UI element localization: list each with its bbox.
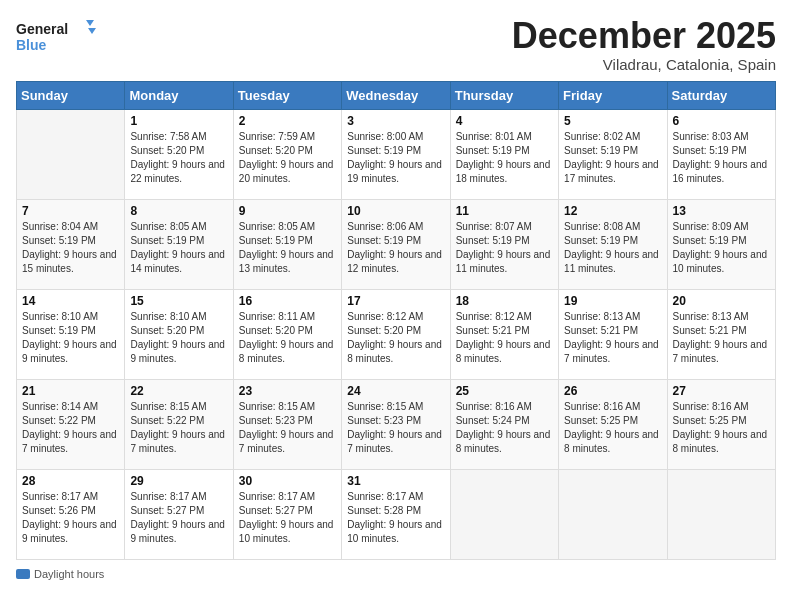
cell-info: Sunrise: 8:00 AMSunset: 5:19 PMDaylight:… bbox=[347, 130, 444, 186]
page-header: General Blue December 2025 Viladrau, Cat… bbox=[16, 16, 776, 73]
cell-info: Sunrise: 7:58 AMSunset: 5:20 PMDaylight:… bbox=[130, 130, 227, 186]
calendar-cell: 2Sunrise: 7:59 AMSunset: 5:20 PMDaylight… bbox=[233, 109, 341, 199]
sunset-text: Sunset: 5:19 PM bbox=[564, 235, 638, 246]
day-number: 15 bbox=[130, 294, 227, 308]
sunset-text: Sunset: 5:19 PM bbox=[564, 145, 638, 156]
cell-info: Sunrise: 8:16 AMSunset: 5:24 PMDaylight:… bbox=[456, 400, 553, 456]
calendar-cell: 23Sunrise: 8:15 AMSunset: 5:23 PMDayligh… bbox=[233, 379, 341, 469]
calendar-cell bbox=[667, 469, 775, 559]
sunset-text: Sunset: 5:20 PM bbox=[130, 145, 204, 156]
sunrise-text: Sunrise: 8:16 AM bbox=[673, 401, 749, 412]
cell-info: Sunrise: 8:01 AMSunset: 5:19 PMDaylight:… bbox=[456, 130, 553, 186]
day-number: 22 bbox=[130, 384, 227, 398]
sunset-text: Sunset: 5:20 PM bbox=[239, 145, 313, 156]
calendar-week-1: 1Sunrise: 7:58 AMSunset: 5:20 PMDaylight… bbox=[17, 109, 776, 199]
sunset-text: Sunset: 5:19 PM bbox=[456, 235, 530, 246]
cell-info: Sunrise: 8:05 AMSunset: 5:19 PMDaylight:… bbox=[239, 220, 336, 276]
daylight-text: Daylight: 9 hours and 17 minutes. bbox=[564, 159, 659, 184]
sunset-text: Sunset: 5:20 PM bbox=[347, 325, 421, 336]
day-number: 1 bbox=[130, 114, 227, 128]
daylight-text: Daylight: 9 hours and 7 minutes. bbox=[347, 429, 442, 454]
calendar-cell: 12Sunrise: 8:08 AMSunset: 5:19 PMDayligh… bbox=[559, 199, 667, 289]
day-number: 5 bbox=[564, 114, 661, 128]
calendar-cell: 1Sunrise: 7:58 AMSunset: 5:20 PMDaylight… bbox=[125, 109, 233, 199]
sunrise-text: Sunrise: 8:10 AM bbox=[130, 311, 206, 322]
sunrise-text: Sunrise: 8:05 AM bbox=[239, 221, 315, 232]
daylight-text: Daylight: 9 hours and 10 minutes. bbox=[673, 249, 768, 274]
cell-info: Sunrise: 8:10 AMSunset: 5:20 PMDaylight:… bbox=[130, 310, 227, 366]
daylight-text: Daylight: 9 hours and 8 minutes. bbox=[239, 339, 334, 364]
cell-info: Sunrise: 8:17 AMSunset: 5:27 PMDaylight:… bbox=[239, 490, 336, 546]
cell-info: Sunrise: 8:08 AMSunset: 5:19 PMDaylight:… bbox=[564, 220, 661, 276]
sunset-text: Sunset: 5:19 PM bbox=[673, 235, 747, 246]
daylight-text: Daylight: 9 hours and 7 minutes. bbox=[22, 429, 117, 454]
cell-info: Sunrise: 8:05 AMSunset: 5:19 PMDaylight:… bbox=[130, 220, 227, 276]
day-number: 16 bbox=[239, 294, 336, 308]
sunset-text: Sunset: 5:23 PM bbox=[239, 415, 313, 426]
daylight-text: Daylight: 9 hours and 8 minutes. bbox=[673, 429, 768, 454]
daylight-text: Daylight: 9 hours and 8 minutes. bbox=[456, 429, 551, 454]
calendar-cell: 25Sunrise: 8:16 AMSunset: 5:24 PMDayligh… bbox=[450, 379, 558, 469]
sunrise-text: Sunrise: 8:17 AM bbox=[22, 491, 98, 502]
calendar-cell: 30Sunrise: 8:17 AMSunset: 5:27 PMDayligh… bbox=[233, 469, 341, 559]
footer: Daylight hours bbox=[16, 568, 776, 580]
day-number: 28 bbox=[22, 474, 119, 488]
cell-info: Sunrise: 7:59 AMSunset: 5:20 PMDaylight:… bbox=[239, 130, 336, 186]
weekday-header-sunday: Sunday bbox=[17, 81, 125, 109]
day-number: 19 bbox=[564, 294, 661, 308]
sunrise-text: Sunrise: 8:01 AM bbox=[456, 131, 532, 142]
calendar-cell: 7Sunrise: 8:04 AMSunset: 5:19 PMDaylight… bbox=[17, 199, 125, 289]
svg-text:General: General bbox=[16, 21, 68, 37]
sunset-text: Sunset: 5:20 PM bbox=[130, 325, 204, 336]
day-number: 27 bbox=[673, 384, 770, 398]
sunset-text: Sunset: 5:22 PM bbox=[130, 415, 204, 426]
calendar-cell: 3Sunrise: 8:00 AMSunset: 5:19 PMDaylight… bbox=[342, 109, 450, 199]
day-number: 30 bbox=[239, 474, 336, 488]
day-number: 31 bbox=[347, 474, 444, 488]
sunset-text: Sunset: 5:21 PM bbox=[456, 325, 530, 336]
calendar-week-5: 28Sunrise: 8:17 AMSunset: 5:26 PMDayligh… bbox=[17, 469, 776, 559]
sunset-text: Sunset: 5:27 PM bbox=[130, 505, 204, 516]
calendar-cell bbox=[17, 109, 125, 199]
calendar-cell: 14Sunrise: 8:10 AMSunset: 5:19 PMDayligh… bbox=[17, 289, 125, 379]
cell-info: Sunrise: 8:15 AMSunset: 5:22 PMDaylight:… bbox=[130, 400, 227, 456]
daylight-text: Daylight: 9 hours and 8 minutes. bbox=[564, 429, 659, 454]
sunrise-text: Sunrise: 8:17 AM bbox=[130, 491, 206, 502]
svg-marker-2 bbox=[86, 20, 94, 26]
sunset-text: Sunset: 5:19 PM bbox=[456, 145, 530, 156]
sunset-text: Sunset: 5:19 PM bbox=[347, 145, 421, 156]
sunrise-text: Sunrise: 7:58 AM bbox=[130, 131, 206, 142]
sunset-text: Sunset: 5:21 PM bbox=[564, 325, 638, 336]
sunset-text: Sunset: 5:21 PM bbox=[673, 325, 747, 336]
sunrise-text: Sunrise: 8:06 AM bbox=[347, 221, 423, 232]
sunrise-text: Sunrise: 8:02 AM bbox=[564, 131, 640, 142]
daylight-label: Daylight hours bbox=[34, 568, 104, 580]
sunrise-text: Sunrise: 8:12 AM bbox=[347, 311, 423, 322]
cell-info: Sunrise: 8:16 AMSunset: 5:25 PMDaylight:… bbox=[673, 400, 770, 456]
sunrise-text: Sunrise: 7:59 AM bbox=[239, 131, 315, 142]
day-number: 6 bbox=[673, 114, 770, 128]
day-number: 21 bbox=[22, 384, 119, 398]
daylight-text: Daylight: 9 hours and 7 minutes. bbox=[130, 429, 225, 454]
sunset-text: Sunset: 5:19 PM bbox=[673, 145, 747, 156]
sunrise-text: Sunrise: 8:13 AM bbox=[564, 311, 640, 322]
calendar-week-4: 21Sunrise: 8:14 AMSunset: 5:22 PMDayligh… bbox=[17, 379, 776, 469]
calendar-cell: 18Sunrise: 8:12 AMSunset: 5:21 PMDayligh… bbox=[450, 289, 558, 379]
day-number: 7 bbox=[22, 204, 119, 218]
daylight-text: Daylight: 9 hours and 7 minutes. bbox=[673, 339, 768, 364]
calendar-cell: 9Sunrise: 8:05 AMSunset: 5:19 PMDaylight… bbox=[233, 199, 341, 289]
sunset-text: Sunset: 5:22 PM bbox=[22, 415, 96, 426]
cell-info: Sunrise: 8:06 AMSunset: 5:19 PMDaylight:… bbox=[347, 220, 444, 276]
cell-info: Sunrise: 8:17 AMSunset: 5:28 PMDaylight:… bbox=[347, 490, 444, 546]
cell-info: Sunrise: 8:15 AMSunset: 5:23 PMDaylight:… bbox=[347, 400, 444, 456]
day-number: 10 bbox=[347, 204, 444, 218]
calendar-cell bbox=[450, 469, 558, 559]
sunset-text: Sunset: 5:25 PM bbox=[564, 415, 638, 426]
sunset-text: Sunset: 5:27 PM bbox=[239, 505, 313, 516]
sunrise-text: Sunrise: 8:17 AM bbox=[239, 491, 315, 502]
daylight-text: Daylight: 9 hours and 11 minutes. bbox=[456, 249, 551, 274]
logo-icon: General Blue bbox=[16, 16, 96, 56]
calendar-week-3: 14Sunrise: 8:10 AMSunset: 5:19 PMDayligh… bbox=[17, 289, 776, 379]
calendar-cell: 16Sunrise: 8:11 AMSunset: 5:20 PMDayligh… bbox=[233, 289, 341, 379]
daylight-text: Daylight: 9 hours and 13 minutes. bbox=[239, 249, 334, 274]
